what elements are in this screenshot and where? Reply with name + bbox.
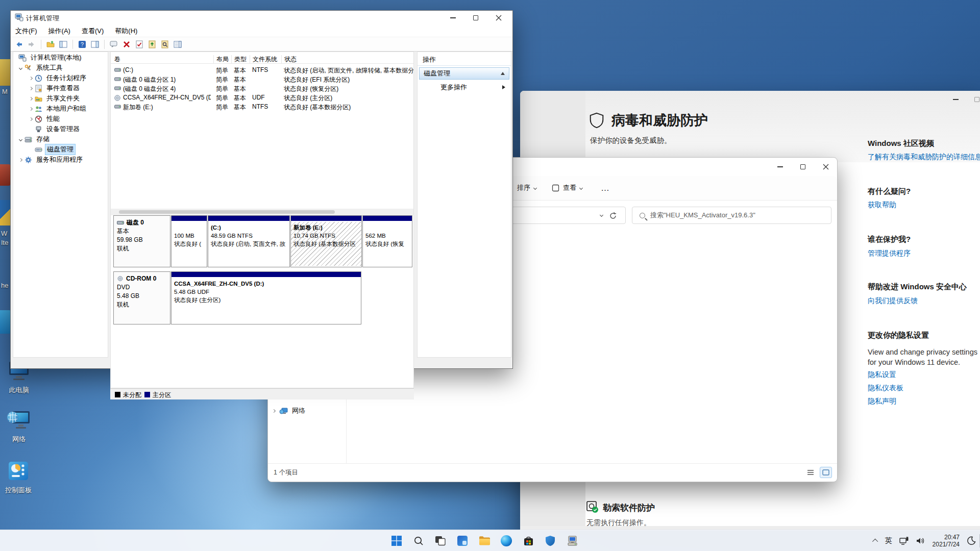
- actions-group-disk-management[interactable]: 磁盘管理: [419, 67, 509, 80]
- more-actions-item[interactable]: 更多操作: [419, 82, 509, 93]
- disk-0-label-box[interactable]: 磁盘 0 基本 59.98 GB 联机: [113, 215, 170, 267]
- column-status[interactable]: 状态: [281, 55, 297, 63]
- security-link[interactable]: 获取帮助: [868, 201, 896, 210]
- partition-new-volume-e[interactable]: 新加卷 (E:) 10.74 GB NTFS 状态良好 (基本数据分区: [290, 215, 362, 267]
- chevron-collapsed-icon[interactable]: [29, 76, 32, 80]
- security-link[interactable]: 了解有关病毒和威胁防护的详细信息: [868, 153, 980, 162]
- folder-arrow-icon[interactable]: [45, 39, 56, 49]
- scrollbar-thumb[interactable]: [119, 210, 335, 214]
- tree-item-task-scheduler[interactable]: 任务计划程序: [27, 73, 88, 83]
- chevron-collapsed-icon[interactable]: [29, 96, 32, 100]
- menu-file[interactable]: 文件(F): [15, 27, 37, 36]
- privacy-settings-link[interactable]: 隐私设置: [868, 370, 896, 380]
- task-view-button[interactable]: [434, 535, 447, 547]
- hidden-icons-chevron[interactable]: [872, 539, 878, 544]
- desktop-icon-partial[interactable]: [0, 164, 10, 186]
- tree-item-storage[interactable]: 存储: [16, 134, 51, 144]
- forward-icon[interactable]: [27, 39, 37, 49]
- tree-item-disk-management[interactable]: 磁盘管理: [35, 144, 76, 155]
- volume-row-partition1[interactable]: (磁盘 0 磁盘分区 1) 简单 基本 状态良好 (EFI 系统分区): [111, 74, 413, 84]
- start-button[interactable]: [390, 535, 403, 547]
- column-layout[interactable]: 布局: [213, 55, 229, 63]
- delete-x-icon[interactable]: [121, 39, 132, 49]
- more-options-button[interactable]: …: [601, 183, 610, 193]
- column-volume[interactable]: 卷: [114, 55, 120, 64]
- cdrom-label-box[interactable]: CD-ROM 0 DVD 5.48 GB 联机: [113, 271, 170, 324]
- store-button[interactable]: [522, 535, 534, 547]
- cm-minimize-button[interactable]: [445, 12, 460, 23]
- refresh-icon[interactable]: [609, 212, 617, 220]
- file-explorer-button[interactable]: [478, 535, 491, 547]
- explorer-minimize-button[interactable]: [772, 161, 788, 172]
- horizontal-scrollbar[interactable]: [111, 209, 413, 215]
- up-arrow-document-icon[interactable]: [147, 39, 157, 49]
- chevron-expanded-icon[interactable]: [18, 66, 22, 69]
- desktop-icon-network[interactable]: 网络: [0, 408, 38, 444]
- tree-item-performance[interactable]: 性能: [27, 114, 61, 124]
- computer-management-button[interactable]: [566, 535, 578, 547]
- volume-row-partition4[interactable]: (磁盘 0 磁盘分区 4) 简单 基本 状态良好 (恢复分区): [111, 84, 413, 93]
- tree-item-local-users-and-groups[interactable]: 本地用户和组: [27, 104, 88, 114]
- focus-assist-moon-icon[interactable]: [967, 536, 976, 545]
- partition-recovery-562mb[interactable]: 562 MB 状态良好 (恢复: [362, 215, 412, 267]
- volume-row-c[interactable]: (C:) 简单 基本 NTFS 状态良好 (启动, 页面文件, 故障转储, 基本…: [111, 65, 413, 74]
- widgets-button[interactable]: [456, 535, 469, 547]
- ransomware-title[interactable]: 勒索软件防护: [603, 502, 655, 514]
- privacy-statement-link[interactable]: 隐私声明: [868, 397, 896, 406]
- security-link[interactable]: 向我们提供反馈: [868, 296, 918, 306]
- tree-item-computer-management-local[interactable]: 计算机管理(本地): [18, 53, 83, 63]
- cm-close-button[interactable]: [491, 12, 506, 23]
- tree-item-services-and-applications[interactable]: 服务和应用程序: [16, 155, 84, 165]
- chevron-expanded-icon[interactable]: [18, 137, 22, 141]
- column-type[interactable]: 类型: [231, 55, 247, 63]
- edge-button[interactable]: [500, 535, 512, 547]
- security-link[interactable]: 管理提供程序: [868, 249, 911, 258]
- menu-view[interactable]: 查看(V): [82, 27, 104, 36]
- chevron-right-icon[interactable]: [272, 409, 276, 412]
- chevron-collapsed-icon[interactable]: [18, 158, 22, 161]
- explorer-maximize-button[interactable]: [795, 161, 811, 172]
- chevron-collapsed-icon[interactable]: [29, 86, 32, 90]
- cm-maximize-button[interactable]: [468, 12, 483, 23]
- privacy-dashboard-link[interactable]: 隐私仪表板: [868, 384, 903, 393]
- thumbnail-view-toggle[interactable]: [820, 467, 832, 478]
- tree-item-shared-folders[interactable]: 共享文件夹: [27, 93, 81, 104]
- volume-tray-icon[interactable]: [916, 537, 925, 545]
- security-maximize-button[interactable]: [969, 94, 980, 105]
- security-minimize-button[interactable]: [948, 94, 963, 105]
- collapse-icon[interactable]: [501, 72, 505, 75]
- partition-c[interactable]: (C:) 48.59 GB NTFS 状态良好 (启动, 页面文件, 故: [208, 215, 290, 267]
- view-button[interactable]: 查看: [552, 183, 582, 192]
- back-icon[interactable]: [14, 39, 24, 49]
- chevron-collapsed-icon[interactable]: [29, 117, 32, 120]
- sidebar-item-network[interactable]: 网络: [268, 403, 345, 419]
- sort-button[interactable]: 排序: [517, 183, 536, 192]
- column-filesystem[interactable]: 文件系统: [250, 55, 277, 63]
- tree-item-event-viewer[interactable]: 事件查看器: [27, 83, 81, 93]
- explorer-close-button[interactable]: [818, 161, 834, 172]
- desktop-icon-control-panel[interactable]: 控制面板: [0, 460, 38, 495]
- list-view-toggle[interactable]: [804, 467, 817, 478]
- input-language-indicator[interactable]: 英: [885, 536, 892, 545]
- magnifier-document-icon[interactable]: [160, 39, 170, 49]
- address-dropdown-icon[interactable]: [600, 213, 603, 217]
- search-box[interactable]: 搜索"HEU_KMS_Activator_v19.6.3": [632, 207, 831, 224]
- console-tree-icon[interactable]: [58, 39, 68, 49]
- menu-action[interactable]: 操作(A): [48, 27, 70, 36]
- tree-item-system-tools[interactable]: 系统工具: [16, 63, 64, 73]
- volume-row-new-volume-e[interactable]: 新加卷 (E:) 简单 基本 NTFS 状态良好 (基本数据分区): [111, 102, 413, 111]
- check-document-icon[interactable]: [134, 39, 144, 49]
- volume-row-dvd[interactable]: CCSA_X64FRE_ZH-CN_DV5 (D:) 简单 基本 UDF 状态良…: [111, 93, 413, 102]
- help-icon[interactable]: ?: [77, 39, 87, 49]
- partition-dvd-d[interactable]: CCSA_X64FRE_ZH-CN_DV5 (D:) 5.48 GB UDF 状…: [171, 271, 361, 324]
- network-tray-icon[interactable]: [899, 537, 909, 545]
- clock[interactable]: 20:47 2021/7/24: [933, 534, 960, 548]
- chevron-collapsed-icon[interactable]: [29, 107, 32, 110]
- details-pane-icon[interactable]: [173, 39, 183, 49]
- windows-security-button[interactable]: [544, 535, 556, 547]
- menu-help[interactable]: 帮助(H): [115, 27, 137, 36]
- search-button[interactable]: [412, 535, 425, 547]
- speech-bubble-icon[interactable]: [109, 39, 119, 49]
- partition-system-100mb[interactable]: 100 MB 状态良好 (: [171, 215, 207, 267]
- action-pane-icon[interactable]: [90, 39, 100, 49]
